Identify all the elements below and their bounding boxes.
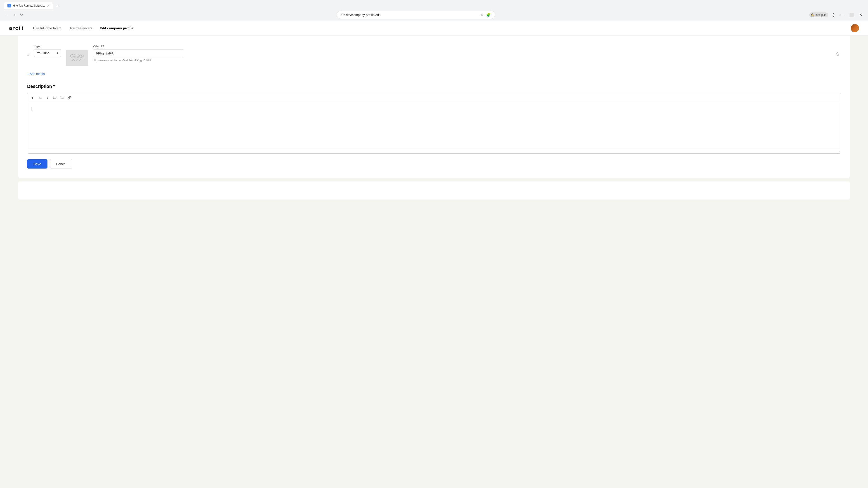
save-button[interactable]: Save — [27, 159, 48, 168]
svg-point-50 — [53, 98, 54, 99]
type-select-wrapper: YouTube Vimeo Image ▼ — [34, 49, 61, 57]
browser-frame: ► Hire Top Remote Software Dev... ✕ + ← … — [0, 0, 868, 21]
incognito-icon: 🕵 — [811, 13, 814, 17]
type-label: Type — [34, 44, 61, 48]
minimize-button[interactable]: — — [839, 11, 846, 19]
maximize-button[interactable]: ⬜ — [848, 11, 855, 19]
svg-point-37 — [76, 59, 78, 60]
svg-point-10 — [80, 55, 81, 55]
svg-point-28 — [75, 57, 76, 58]
app-container: arc() Hire full-time talent Hire freelan… — [0, 21, 868, 35]
trash-icon — [835, 52, 840, 56]
tab-close-icon[interactable]: ✕ — [47, 4, 50, 7]
new-tab-button[interactable]: + — [55, 3, 61, 9]
svg-point-3 — [72, 54, 73, 55]
menu-button[interactable]: ⋮ — [830, 11, 837, 19]
svg-point-6 — [75, 55, 76, 55]
nav-link-hire-freelancers[interactable]: Hire freelancers — [68, 25, 92, 31]
video-id-section: Video ID https://www.youtube.com/watch?v… — [93, 44, 830, 62]
nav-link-edit-profile[interactable]: Edit company profile — [100, 25, 133, 31]
bullet-list-icon — [53, 96, 57, 100]
editor-body[interactable] — [27, 103, 841, 148]
address-bar[interactable]: arc.dev/company-profile/edit ☆ 🧩 — [337, 11, 495, 19]
video-id-input[interactable] — [93, 49, 183, 57]
nav-right — [851, 24, 859, 32]
svg-point-31 — [80, 57, 81, 58]
cancel-button[interactable]: Cancel — [50, 159, 72, 169]
svg-point-45 — [79, 60, 80, 61]
editor-toolbar: H B I — [27, 93, 841, 103]
bookmark-icon[interactable]: ☆ — [480, 12, 484, 18]
close-button[interactable]: ✕ — [857, 11, 864, 19]
italic-tool[interactable]: I — [44, 95, 51, 101]
type-section: Type YouTube Vimeo Image ▼ — [34, 44, 61, 57]
ordered-list-tool[interactable]: 1. 2. 3. — [59, 95, 65, 101]
svg-point-4 — [73, 55, 74, 55]
bullet-list-tool[interactable] — [52, 95, 58, 101]
svg-point-25 — [71, 57, 72, 58]
add-media-button[interactable]: + Add media — [27, 71, 45, 76]
svg-point-30 — [79, 57, 79, 58]
browser-controls: ← → ↻ — [4, 12, 24, 18]
svg-point-40 — [82, 59, 83, 59]
bold-tool[interactable]: B — [37, 95, 43, 101]
active-tab[interactable]: ► Hire Top Remote Software Dev... ✕ — [4, 2, 53, 9]
nav-links: Hire full-time talent Hire freelancers E… — [33, 25, 133, 31]
text-cursor — [31, 107, 31, 111]
incognito-indicator: 🕵 Incognito — [809, 12, 828, 18]
heading-tool[interactable]: H — [30, 95, 36, 101]
forward-button[interactable]: → — [11, 12, 17, 18]
back-button[interactable]: ← — [4, 12, 10, 18]
url-text: arc.dev/company-profile/edit — [341, 13, 478, 17]
svg-point-15 — [72, 56, 72, 57]
svg-point-27 — [74, 57, 75, 58]
nav-link-hire-fulltime[interactable]: Hire full-time talent — [33, 25, 61, 31]
svg-point-36 — [75, 59, 76, 59]
svg-point-29 — [77, 57, 78, 58]
svg-point-44 — [78, 60, 79, 61]
svg-point-46 — [53, 97, 54, 97]
video-id-label: Video ID — [93, 44, 830, 48]
avatar-image — [851, 24, 859, 32]
bottom-section — [18, 182, 850, 199]
svg-point-43 — [76, 60, 76, 61]
reload-button[interactable]: ↻ — [18, 12, 24, 18]
svg-point-23 — [82, 56, 83, 57]
svg-point-24 — [84, 56, 84, 57]
svg-point-5 — [74, 54, 75, 55]
media-row: ≡ Type YouTube Vimeo Image ▼ — [27, 44, 841, 66]
svg-point-32 — [81, 57, 82, 58]
app-logo[interactable]: arc() — [9, 25, 24, 31]
svg-point-39 — [80, 59, 81, 60]
type-select[interactable]: YouTube Vimeo Image — [34, 49, 61, 57]
svg-point-26 — [72, 57, 73, 58]
resize-icon[interactable]: ⌟ — [838, 149, 840, 153]
thumbnail-svg — [66, 50, 88, 66]
extensions-icon[interactable]: 🧩 — [486, 12, 491, 18]
svg-point-38 — [79, 59, 79, 59]
action-buttons: Save Cancel — [27, 159, 841, 169]
video-url-preview: https://www.youtube.com/watch?v=FPhg_Zjr… — [93, 59, 830, 62]
svg-point-34 — [72, 59, 72, 59]
content-section: ≡ Type YouTube Vimeo Image ▼ — [18, 35, 850, 178]
svg-point-21 — [79, 56, 80, 57]
rich-text-editor: H B I — [27, 93, 841, 154]
svg-point-35 — [73, 59, 74, 60]
page-content: ≡ Type YouTube Vimeo Image ▼ — [0, 35, 868, 483]
svg-point-20 — [78, 56, 79, 57]
svg-point-13 — [84, 55, 84, 56]
svg-point-16 — [73, 56, 74, 57]
top-nav: arc() Hire full-time talent Hire freelan… — [0, 21, 868, 35]
avatar[interactable] — [851, 24, 859, 32]
svg-point-19 — [76, 56, 78, 57]
drag-handle-icon[interactable]: ≡ — [27, 53, 30, 57]
svg-point-48 — [53, 98, 54, 98]
link-tool[interactable] — [66, 95, 72, 101]
svg-point-1 — [70, 55, 71, 56]
svg-point-18 — [75, 57, 76, 57]
incognito-label: Incognito — [815, 13, 827, 17]
svg-point-14 — [70, 56, 71, 57]
delete-media-button[interactable] — [835, 51, 841, 58]
description-title: Description * — [27, 84, 841, 89]
svg-point-2 — [71, 55, 72, 55]
